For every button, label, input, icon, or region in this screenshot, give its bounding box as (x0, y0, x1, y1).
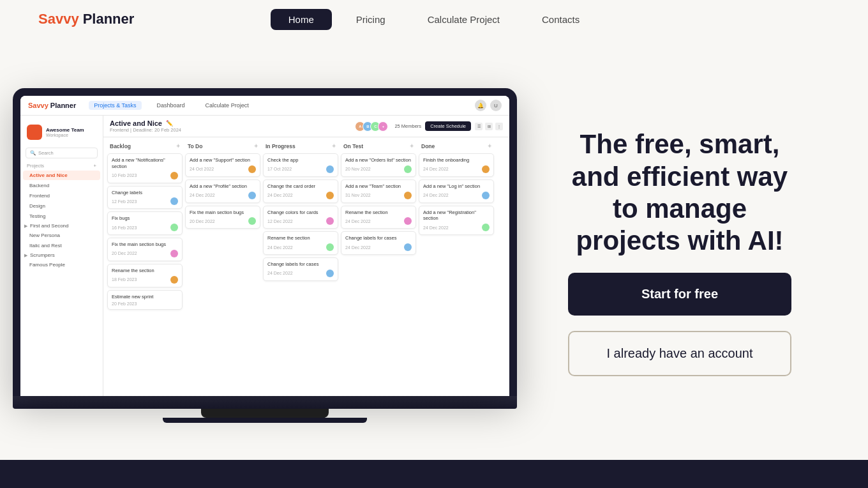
kanban-card-avatar (248, 192, 256, 199)
kanban-card-meta: 24 Dec 2022 (423, 224, 490, 231)
board-header: Active and Nice ✏️ Frontend | Deadline: … (103, 116, 509, 137)
board-icon-3[interactable]: ⋮ (495, 123, 503, 130)
on-test-add-icon[interactable]: + (410, 142, 414, 149)
app-body: Awesome Team Workspace 🔍 Search Projects (20, 116, 509, 396)
kanban-card[interactable]: Fix the main section bugs 20 Dec 2022 (185, 206, 260, 229)
app-nav-dashboard[interactable]: Dashboard (152, 101, 190, 110)
backlog-add-icon[interactable]: + (176, 142, 180, 149)
kanban-card-meta: 12 Dec 2022 (267, 217, 334, 225)
already-have-account-button[interactable]: I already have an account (568, 331, 791, 376)
kanban-card[interactable]: Add a new "Support" section 24 Oct 2022 (185, 153, 260, 177)
kanban-card-meta: 24 Oct 2022 (190, 165, 256, 173)
kanban-column-on-test: On Test + Add a new "Orders list" sectio… (341, 141, 416, 392)
sidebar-item-famous-people[interactable]: Famous People (23, 260, 100, 270)
sidebar-search[interactable]: 🔍 Search (26, 148, 98, 158)
kanban-card[interactable]: Fix bugs 16 Feb 2023 (107, 211, 183, 235)
hero-right: The free, smart, and efficient way to ma… (517, 103, 830, 402)
kanban-col-header-todo: To Do + (185, 141, 260, 151)
kanban-card-meta: 20 Dec 2022 (190, 217, 256, 225)
kanban-card[interactable]: Change the card order 24 Dec 2022 (263, 179, 338, 203)
kanban-card-meta: 17 Oct 2022 (267, 165, 334, 173)
start-for-free-button[interactable]: Start for free (568, 273, 791, 316)
sidebar-item-first-and-second[interactable]: ▶First and Second (20, 222, 103, 230)
kanban-card-meta: 18 Feb 2023 (112, 276, 178, 284)
nav-home[interactable]: Home (271, 9, 332, 30)
kanban-col-header-in-progress: In Progress + (263, 141, 338, 151)
kanban-card[interactable]: Add a new "Notifications" section 10 Feb… (107, 153, 183, 183)
kanban-card[interactable]: Add a new "Log in" section 24 Dec 2022 (419, 179, 494, 203)
create-schedule-button[interactable]: Create Schedule (425, 121, 471, 131)
kanban-card[interactable]: Change labels for cases 24 Dec 2022 (341, 231, 416, 255)
sidebar-item-design[interactable]: Design (23, 201, 100, 211)
kanban-card-avatar (170, 224, 178, 231)
kanban-card-meta: 24 Dec 2022 (423, 165, 490, 173)
kanban-card-meta: 24 Dec 2022 (267, 243, 334, 251)
user-avatar[interactable]: U (490, 100, 502, 111)
kanban-card[interactable]: Fix the main section bugs 20 Dec 2022 (107, 238, 183, 261)
kanban-card[interactable]: Rename the section 24 Dec 2022 (341, 206, 416, 229)
kanban-card-title: Finish the onboarding (423, 157, 490, 164)
kanban-card-title: Add a new "Notifications" section (112, 157, 178, 170)
kanban-card[interactable]: Finish the onboarding 24 Dec 2022 (419, 153, 494, 177)
kanban-column-todo: To Do + Add a new "Support" section 24 O… (185, 141, 260, 392)
app-nav: Projects & Tasks Dashboard Calculate Pro… (89, 101, 462, 110)
kanban-card[interactable]: Add a new "Team" section 31 Nov 2022 (341, 179, 416, 203)
laptop-stand (201, 409, 329, 418)
kanban-card-date: 20 Feb 2023 (112, 301, 137, 306)
app-nav-projects[interactable]: Projects & Tasks (89, 101, 141, 110)
logo-planner: Planner (83, 11, 135, 27)
kanban-card[interactable]: Add a new "Profile" section 24 Dec 2022 (185, 179, 260, 203)
nav-calculate-project[interactable]: Calculate Project (410, 9, 518, 30)
kanban-card-avatar (326, 192, 334, 199)
kanban-card-date: 24 Dec 2022 (423, 167, 449, 171)
sidebar-item-backend[interactable]: Backend (23, 181, 100, 190)
kanban-card[interactable]: Estimate new sprint 20 Feb 2023 (107, 290, 183, 310)
logo: Savvy Planner (38, 11, 134, 27)
sidebar-item-scrumpers[interactable]: ▶Scrumpers (20, 251, 103, 259)
laptop-foot (163, 418, 367, 423)
done-add-icon[interactable]: + (488, 142, 491, 149)
sidebar-projects-label: Projects + (20, 160, 103, 170)
app-ui: Savvy Planner Projects & Tasks Dashboard… (20, 96, 509, 396)
kanban-card[interactable]: Rename the section 24 Dec 2022 (263, 231, 338, 255)
app-topbar-icons: 🔔 U (475, 100, 502, 111)
kanban-card-date: 31 Nov 2022 (345, 193, 371, 197)
kanban-card-avatar (326, 217, 334, 225)
kanban-col-title-done: Done (421, 143, 435, 149)
edit-icon[interactable]: ✏️ (166, 120, 173, 126)
kanban-card-date: 12 Feb 2023 (112, 199, 137, 204)
kanban-card-meta: 31 Nov 2022 (345, 192, 412, 199)
kanban-card[interactable]: Rename the section 18 Feb 2023 (107, 264, 183, 287)
kanban-card[interactable]: Add a new "Registration" section 24 Dec … (419, 206, 494, 236)
add-project-icon[interactable]: + (94, 163, 96, 169)
board-subtitle: Frontend | Deadline: 20 Feb 2024 (110, 127, 181, 133)
dark-footer (0, 460, 868, 488)
kanban-card[interactable]: Add a new "Orders list" section 20 Nov 2… (341, 153, 416, 177)
todo-add-icon[interactable]: + (254, 142, 258, 149)
kanban-card-avatar (404, 243, 412, 251)
kanban-card[interactable]: Change labels for cases 24 Dec 2022 (263, 257, 338, 281)
kanban-card-avatar (482, 224, 490, 231)
notification-icon[interactable]: 🔔 (475, 100, 486, 111)
board-icon-2[interactable]: ⊞ (485, 123, 493, 130)
sidebar-item-active-and-nice[interactable]: Active and Nice (23, 171, 100, 180)
search-icon: 🔍 (30, 150, 36, 156)
sidebar-item-testing[interactable]: Testing (23, 211, 100, 221)
kanban-card-meta: 20 Dec 2022 (112, 250, 178, 257)
kanban-card[interactable]: Change labels 12 Feb 2023 (107, 186, 183, 210)
in-progress-add-icon[interactable]: + (332, 142, 336, 149)
board-icon-1[interactable]: ☰ (475, 123, 483, 130)
kanban-card-avatar (326, 243, 334, 251)
sidebar-item-frontend[interactable]: Frontend (23, 191, 100, 201)
kanban-card-title: Change labels for cases (267, 261, 334, 268)
nav-pricing[interactable]: Pricing (338, 9, 403, 30)
kanban-card[interactable]: Change colors for cards 12 Dec 2022 (263, 206, 338, 229)
kanban-card-title: Add a new "Team" section (345, 183, 412, 190)
app-nav-calculate[interactable]: Calculate Project (200, 101, 254, 110)
laptop-screen: Savvy Planner Projects & Tasks Dashboard… (20, 96, 509, 396)
nav-contacts[interactable]: Contacts (524, 9, 597, 30)
sidebar-item-italic-and-rest[interactable]: Italic and Rest (23, 241, 100, 250)
kanban-card[interactable]: Check the app 17 Oct 2022 (263, 153, 338, 177)
sidebar-item-new-persona[interactable]: New Persona (23, 231, 100, 240)
app-main: Active and Nice ✏️ Frontend | Deadline: … (103, 116, 509, 396)
